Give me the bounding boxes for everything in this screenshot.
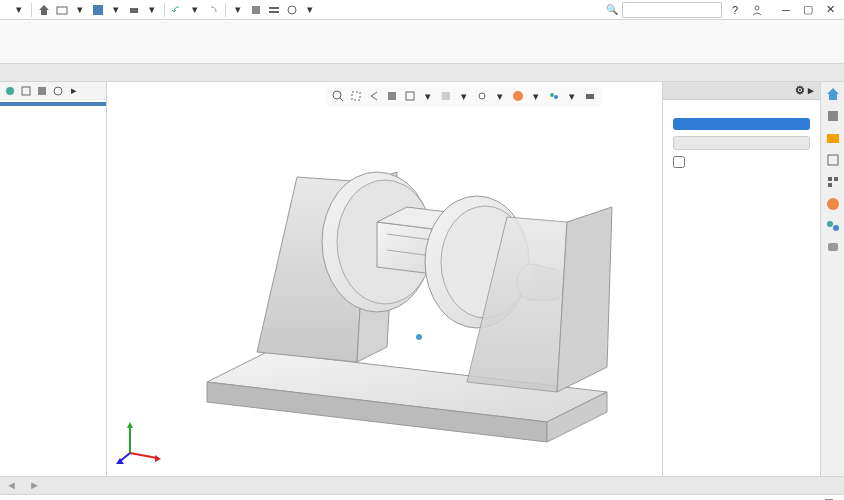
svg-rect-3 xyxy=(252,6,260,14)
svg-rect-35 xyxy=(828,111,838,121)
panel-settings-icon[interactable]: ⚙ xyxy=(795,84,805,97)
svg-line-31 xyxy=(130,453,157,458)
options-icon[interactable] xyxy=(266,2,282,18)
svg-point-19 xyxy=(513,91,523,101)
svg-point-43 xyxy=(833,225,839,231)
svg-point-12 xyxy=(333,91,341,99)
svg-rect-4 xyxy=(269,7,279,9)
tree-tool-icon[interactable] xyxy=(18,83,34,99)
view-triad[interactable] xyxy=(115,418,165,468)
svg-rect-39 xyxy=(834,177,838,181)
resources-tab-icon[interactable] xyxy=(823,106,843,126)
tree-tool-icon[interactable] xyxy=(34,83,50,99)
feature-tree-panel: ▸ xyxy=(0,82,107,476)
svg-rect-10 xyxy=(38,87,46,95)
status-dropdown-icon[interactable]: ▾ xyxy=(811,496,817,500)
svg-line-13 xyxy=(340,98,343,101)
dont-ask-checkbox[interactable] xyxy=(673,156,810,168)
svg-rect-17 xyxy=(442,92,450,100)
svg-rect-36 xyxy=(827,134,839,143)
marketplace-panel: ⚙ ▸ xyxy=(662,82,820,476)
dropdown-icon[interactable]: ▾ xyxy=(187,2,203,18)
tree-header[interactable] xyxy=(0,102,106,106)
svg-point-20 xyxy=(550,93,554,97)
svg-rect-5 xyxy=(269,11,279,13)
svg-marker-32 xyxy=(155,455,161,462)
help-icon[interactable]: ? xyxy=(727,2,743,18)
save-icon[interactable] xyxy=(90,2,106,18)
select-icon[interactable]: ▾ xyxy=(230,2,246,18)
dropdown-icon[interactable]: ▾ xyxy=(144,2,160,18)
svg-rect-15 xyxy=(388,92,396,100)
svg-rect-2 xyxy=(130,8,138,13)
tree-tool-icon[interactable] xyxy=(50,83,66,99)
forum-tab-icon[interactable] xyxy=(823,238,843,258)
svg-rect-9 xyxy=(22,87,30,95)
print-icon[interactable] xyxy=(126,2,142,18)
status-tool-icon[interactable] xyxy=(821,495,837,501)
bottom-tabs: ◄ ► xyxy=(0,476,844,494)
svg-point-41 xyxy=(827,198,839,210)
svg-rect-0 xyxy=(57,7,67,14)
ribbon-toolbar xyxy=(0,20,844,64)
redo-icon[interactable] xyxy=(205,2,221,18)
svg-marker-30 xyxy=(127,422,133,428)
svg-rect-40 xyxy=(828,183,832,187)
svg-point-8 xyxy=(6,87,14,95)
search-input[interactable] xyxy=(622,2,722,18)
dropdown-icon[interactable]: ▾ xyxy=(302,2,318,18)
undo-icon[interactable] xyxy=(169,2,185,18)
dropdown-icon[interactable]: ▾ xyxy=(108,2,124,18)
svg-point-42 xyxy=(827,221,833,227)
svg-rect-16 xyxy=(406,92,414,100)
model-view xyxy=(127,102,667,472)
feature-tree xyxy=(0,100,106,476)
explorer-tab-icon[interactable] xyxy=(823,150,843,170)
props-tab-icon[interactable] xyxy=(823,216,843,236)
get-update-button[interactable] xyxy=(673,118,810,130)
maximize-button[interactable]: ▢ xyxy=(798,2,818,18)
task-pane-strip xyxy=(820,82,844,476)
view-palette-tab-icon[interactable] xyxy=(823,172,843,192)
status-bar: ▾ xyxy=(0,494,844,500)
settings-icon[interactable] xyxy=(284,2,300,18)
tree-tool-icon[interactable] xyxy=(2,83,18,99)
svg-point-28 xyxy=(416,334,422,340)
install-later-button[interactable] xyxy=(673,136,810,150)
appearance-tab-icon[interactable] xyxy=(823,194,843,214)
panel-collapse-icon[interactable]: ▸ xyxy=(808,84,814,97)
command-tabs xyxy=(0,64,844,82)
dropdown-icon[interactable]: ▾ xyxy=(72,2,88,18)
dropdown-icon[interactable]: ▾ xyxy=(11,2,27,18)
svg-point-6 xyxy=(288,6,296,14)
svg-point-21 xyxy=(554,95,558,99)
home-tab-icon[interactable] xyxy=(823,84,843,104)
search-icon: 🔍 xyxy=(606,4,618,15)
tab-scroll-right[interactable]: ► xyxy=(23,477,46,494)
dont-ask-input[interactable] xyxy=(673,156,685,168)
open-icon[interactable] xyxy=(54,2,70,18)
svg-rect-14 xyxy=(352,92,360,100)
title-bar: ▾ ▾ ▾ ▾ ▾ ▾ ▾ 🔍 ? ─ ▢ ✕ xyxy=(0,0,844,20)
design-lib-tab-icon[interactable] xyxy=(823,128,843,148)
tree-tool-icon[interactable]: ▸ xyxy=(66,83,82,99)
minimize-button[interactable]: ─ xyxy=(776,2,796,18)
svg-point-7 xyxy=(755,6,759,10)
svg-point-11 xyxy=(54,87,62,95)
svg-rect-44 xyxy=(828,243,838,251)
rebuild-icon[interactable] xyxy=(248,2,264,18)
tree-toolbar: ▸ xyxy=(0,82,106,100)
svg-rect-1 xyxy=(93,5,103,15)
close-button[interactable]: ✕ xyxy=(820,2,840,18)
svg-rect-22 xyxy=(586,94,594,99)
svg-point-18 xyxy=(479,93,485,99)
tab-scroll-left[interactable]: ◄ xyxy=(0,477,23,494)
home-icon[interactable] xyxy=(36,2,52,18)
svg-rect-38 xyxy=(828,177,832,181)
svg-rect-37 xyxy=(828,155,838,165)
user-icon[interactable] xyxy=(749,2,765,18)
